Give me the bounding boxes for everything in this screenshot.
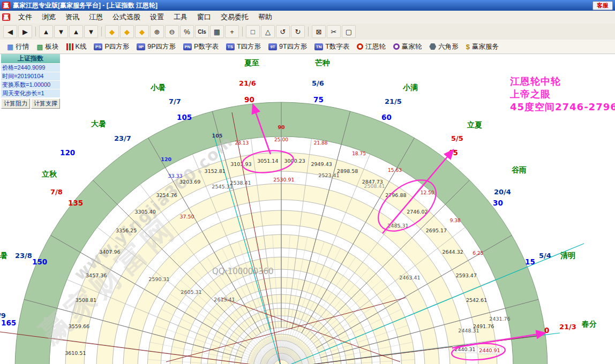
down-triangle-icon[interactable]: ▼ [54, 25, 68, 38]
menu-item[interactable]: 文件 [13, 12, 37, 22]
watermark-qq: QQ:100000360 [212, 267, 274, 276]
clear-button[interactable]: Cls [195, 25, 209, 38]
wheel-outer-label: 21/6 [239, 79, 256, 87]
tab-p-table[interactable]: PNP数字表 [179, 42, 222, 51]
up-triangle-2-icon[interactable]: ▲ [69, 25, 83, 38]
wheel-outer-label: 45 [448, 148, 458, 157]
menu-item[interactable]: 帮助 [253, 12, 277, 22]
delete-icon[interactable]: ⊠ [312, 25, 326, 38]
annotation-text: 上帝之眼 [509, 88, 551, 100]
percent-icon[interactable]: % [180, 25, 194, 38]
rotate-left-icon[interactable]: ↺ [276, 25, 290, 38]
calc-resistance-button[interactable]: 计算阻力 [1, 98, 30, 109]
tab-9p-square-icon: 9P [137, 43, 145, 50]
toolbar-separator [101, 27, 102, 36]
tab-sectors-icon: ▩ [36, 43, 43, 50]
wheel-price-label: 3254.76 [156, 192, 177, 198]
back-icon[interactable]: ◀ [3, 25, 17, 38]
calc-support-button[interactable]: 计算支撑 [31, 98, 60, 109]
menu-item[interactable]: 工具 [169, 12, 192, 22]
tab-t-table-icon: TN [314, 43, 323, 50]
toolbar-separator [242, 27, 243, 36]
up-triangle-icon[interactable]: ▲ [39, 25, 53, 38]
panel-buttons: 计算阻力计算支撑 [1, 98, 60, 109]
diamond-2-icon[interactable]: ◆ [120, 25, 134, 38]
diamond-1-icon[interactable]: ◆ [105, 25, 119, 38]
wheel-price-label: 2644.32 [442, 249, 463, 255]
wheel-value-label: 2448.31 [458, 328, 479, 333]
menu-item[interactable]: 窗口 [192, 12, 216, 22]
down-triangle-2-icon[interactable]: ▼ [84, 25, 98, 38]
wheel-outer-label: 21/5 [385, 97, 402, 105]
wheel-value-label: 2440.91 [479, 347, 500, 353]
rotate-right-icon[interactable]: ↻ [291, 25, 305, 38]
wheel-outer-label: 15 [525, 257, 535, 266]
comment-icon[interactable]: ▢ [342, 25, 356, 38]
menu-item[interactable]: 资讯 [61, 12, 84, 22]
wheel-price-label: 2898.58 [337, 168, 358, 174]
wheel-outer-label: 75 [313, 95, 324, 104]
wheel-price-label: 3457.36 [86, 272, 107, 278]
wheel-price-label: 3610.51 [65, 350, 86, 356]
menu-item[interactable]: 公式选股 [108, 12, 145, 22]
title-bar: 赢 赢家江恩专业版[赢家服务平台] - [上证指数 江恩轮] 客服 [0, 0, 615, 11]
menu-item[interactable]: 江恩 [84, 12, 108, 22]
wheel-inner-angle-label: 105 [212, 133, 223, 139]
wheel-outer-label: 7/8 [50, 188, 63, 196]
wheel-percent-label: 28.13 [235, 140, 249, 146]
tab-kline-icon [66, 43, 73, 50]
wheel-value-label: 2530.91 [273, 177, 294, 183]
wheel-percent-label: 18.75 [352, 151, 366, 156]
wheel-outer-label: 90 [244, 95, 254, 104]
wheel-outer-label: 60 [381, 113, 392, 122]
wheel-outer-label: 21/3 [559, 323, 576, 331]
wheel-percent-label: 21.88 [314, 140, 328, 146]
tab-t-table[interactable]: TNT数字表 [311, 42, 353, 51]
menu-bar: 赢 文件浏览资讯江恩公式选股设置工具窗口交易委托帮助 [0, 11, 615, 24]
menu-item[interactable]: 浏览 [37, 12, 61, 22]
wheel-outer-label: 165 [1, 318, 16, 327]
triangle-tool-icon[interactable]: △ [261, 25, 275, 38]
tab-label: 9T四方形 [279, 42, 307, 51]
tab-gann-wheel[interactable]: 江恩轮 [353, 42, 389, 51]
tab-winner-service[interactable]: $赢家服务 [462, 42, 502, 51]
tab-sectors[interactable]: ▩板块 [33, 42, 62, 51]
support-button[interactable]: 客服 [592, 1, 613, 10]
menu-item[interactable]: 交易委托 [216, 12, 253, 22]
tab-t-square[interactable]: TST四方形 [222, 42, 265, 51]
zoom-out-icon[interactable]: ⊖ [165, 25, 179, 38]
tab-winner-service-icon: $ [466, 43, 470, 51]
wheel-value-label: 2613.41 [214, 297, 235, 302]
zoom-in-icon[interactable]: ⊕ [150, 25, 164, 38]
wheel-outer-label: 5/6 [312, 79, 324, 87]
tab-winner-wheel[interactable]: 赢家轮 [389, 42, 426, 51]
toolbar-separator [35, 27, 36, 36]
wheel-price-label: 3103.93 [230, 161, 251, 167]
wheel-outer-label: 135 [68, 199, 83, 207]
wheel-value-label: 2590.31 [148, 276, 169, 282]
crosshair-icon[interactable]: + [225, 25, 239, 38]
wheel-outer-label: 23/7 [114, 134, 131, 142]
rect-tool-icon[interactable]: □ [246, 25, 260, 38]
grid-icon[interactable]: ▦ [210, 25, 224, 38]
wheel-value-label: 2605.31 [181, 289, 201, 295]
wheel-outer-label: 23/8 [15, 252, 32, 260]
diamond-3-icon[interactable]: ◆ [135, 25, 149, 38]
tab-9p-square[interactable]: 9P9P四方形 [133, 42, 179, 51]
tab-9t-square[interactable]: 9T9T四方形 [265, 42, 311, 51]
tab-p-square[interactable]: PSP四方形 [90, 42, 133, 51]
tab-quotes[interactable]: ▦行情 [3, 42, 33, 51]
tab-hexagon[interactable]: 六角形 [425, 42, 462, 51]
wheel-price-label: 3000.23 [284, 158, 305, 164]
tab-label: P数字表 [194, 42, 219, 51]
forward-icon[interactable]: ▶ [18, 25, 32, 38]
tab-kline[interactable]: K线 [63, 42, 91, 51]
tab-label: P四方形 [104, 42, 129, 51]
menu-item[interactable]: 设置 [145, 12, 169, 22]
wheel-value-label: 2538.41 [230, 180, 251, 186]
wheel-outer-label: 清明 [560, 251, 575, 260]
tab-9t-square-icon: 9T [268, 43, 277, 50]
panel-title: 上证指数 [1, 54, 60, 63]
cut-icon[interactable]: ✂ [327, 25, 341, 38]
wheel-price-label: 2746.02 [407, 209, 428, 215]
